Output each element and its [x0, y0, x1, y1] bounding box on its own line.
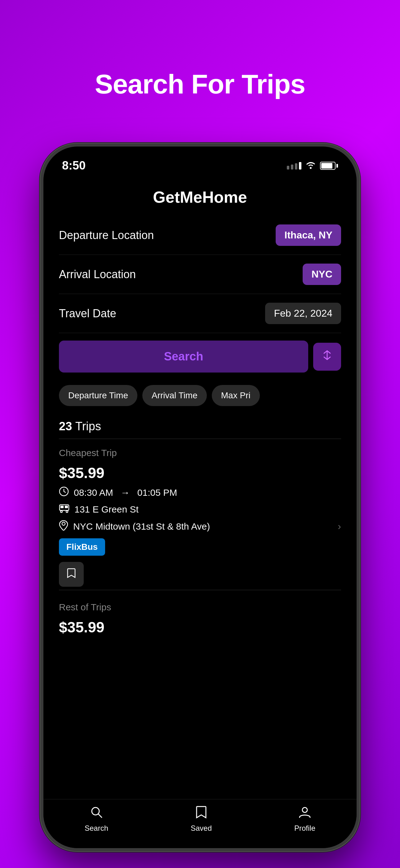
trip-count-area: 23 Trips: [59, 413, 341, 436]
app-name: GetMeHome: [43, 179, 357, 216]
svg-point-6: [66, 511, 68, 513]
svg-point-8: [62, 522, 65, 525]
svg-point-5: [61, 511, 62, 513]
pickup-location: 131 E Green St: [74, 504, 139, 515]
pickup-row: 131 E Green St: [59, 501, 341, 518]
filter-chips: Departure Time Arrival Time Max Pri: [59, 380, 341, 413]
travel-date-label: Travel Date: [59, 307, 116, 320]
rest-first-price: $35.99: [59, 616, 341, 638]
trip-count-number: 23: [59, 420, 72, 433]
volume-up-button[interactable]: [40, 265, 41, 299]
profile-nav-icon: [298, 806, 311, 822]
carrier-badge: FlixBus: [59, 538, 105, 556]
nav-saved[interactable]: Saved: [191, 806, 212, 833]
mute-button[interactable]: [40, 234, 41, 255]
sort-icon: [321, 349, 333, 364]
svg-rect-4: [65, 506, 68, 508]
page-title-area: Search For Trips: [95, 31, 305, 125]
dropoff-location: NYC Midtown (31st St & 8th Ave): [73, 521, 210, 532]
status-icons: [287, 160, 338, 172]
saved-nav-label: Saved: [191, 824, 212, 833]
bus-icon: [59, 503, 69, 515]
bookmark-icon: [67, 568, 76, 581]
bookmark-button[interactable]: [59, 562, 84, 587]
svg-point-11: [302, 807, 307, 812]
arrival-location-value[interactable]: NYC: [303, 264, 341, 285]
svg-rect-3: [61, 506, 64, 508]
search-button[interactable]: Search: [59, 341, 308, 373]
rest-of-trips-section: Rest of Trips $35.99: [59, 593, 341, 638]
chevron-right-icon: ›: [338, 521, 341, 532]
arrival-location-row: Arrival Location NYC: [59, 255, 341, 294]
cheapest-trip-time-row: 08:30 AM → 01:05 PM: [59, 484, 341, 501]
wifi-icon: [305, 160, 316, 172]
sort-button[interactable]: [313, 343, 341, 371]
cheapest-trip-price: $35.99: [59, 461, 341, 484]
nav-search[interactable]: Search: [85, 806, 108, 833]
dropoff-left: NYC Midtown (31st St & 8th Ave): [59, 520, 338, 533]
bottom-nav: Search Saved: [43, 799, 357, 848]
clock-icon: [59, 487, 69, 499]
destination-icon: [59, 520, 68, 533]
travel-date-row: Travel Date Feb 22, 2024: [59, 294, 341, 333]
app-content: GetMeHome Departure Location Ithaca, NY …: [43, 179, 357, 848]
power-button[interactable]: [359, 277, 360, 327]
volume-down-button[interactable]: [40, 305, 41, 339]
svg-line-10: [98, 814, 102, 817]
departure-time-filter[interactable]: Departure Time: [59, 385, 137, 406]
profile-nav-label: Profile: [294, 824, 315, 833]
arrival-location-label: Arrival Location: [59, 268, 136, 281]
travel-date-value[interactable]: Feb 22, 2024: [265, 303, 341, 324]
arrow-icon: →: [121, 487, 130, 498]
bottom-padding: [59, 638, 341, 651]
signal-icon: [287, 162, 301, 169]
status-bar: 8:50: [43, 147, 357, 179]
divider-1: [59, 439, 341, 439]
departure-location-row: Departure Location Ithaca, NY: [59, 216, 341, 255]
arrival-time: 01:05 PM: [137, 487, 177, 498]
battery-icon: [320, 162, 338, 170]
search-nav-icon: [90, 806, 103, 822]
trip-count-label: Trips: [75, 420, 101, 433]
rest-section-label: Rest of Trips: [59, 596, 341, 616]
dropoff-row: NYC Midtown (31st St & 8th Ave) ›: [59, 518, 341, 535]
cheapest-trip-section-label: Cheapest Trip: [59, 441, 341, 461]
main-scroll-area: Departure Location Ithaca, NY Arrival Lo…: [43, 216, 357, 799]
search-nav-label: Search: [85, 824, 108, 833]
arrival-time-filter[interactable]: Arrival Time: [142, 385, 207, 406]
status-time: 8:50: [62, 159, 86, 172]
phone-frame: 8:50: [40, 144, 360, 851]
nav-profile[interactable]: Profile: [294, 806, 315, 833]
page-heading: Search For Trips: [95, 68, 305, 100]
departure-location-label: Departure Location: [59, 229, 154, 242]
saved-nav-icon: [196, 806, 207, 822]
search-sort-row: Search: [59, 333, 341, 380]
departure-location-value[interactable]: Ithaca, NY: [276, 224, 341, 246]
max-price-filter[interactable]: Max Pri: [212, 385, 260, 406]
departure-time: 08:30 AM: [74, 487, 113, 498]
phone-screen: 8:50: [43, 147, 357, 848]
